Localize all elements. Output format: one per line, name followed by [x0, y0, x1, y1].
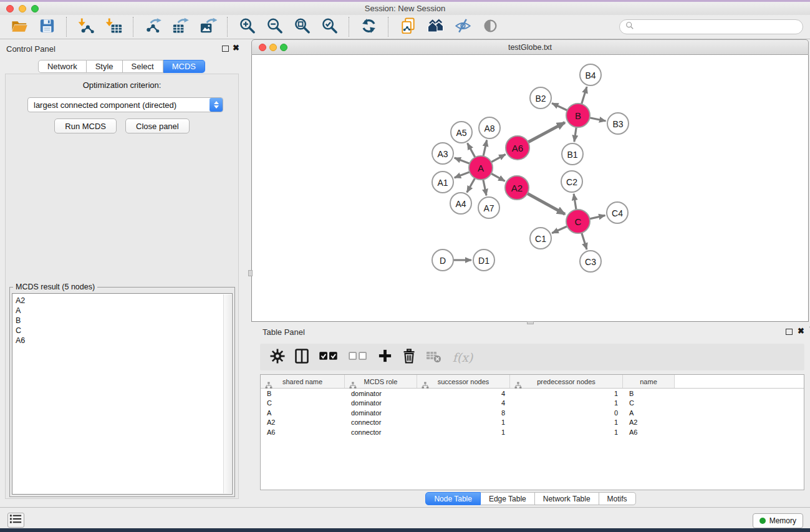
search-field[interactable] — [619, 19, 803, 34]
table-row-a6[interactable]: A6connector11A6 — [261, 427, 804, 437]
list-icon — [9, 513, 23, 527]
result-item-a[interactable]: A — [16, 306, 232, 316]
import-table-button[interactable] — [102, 16, 125, 37]
export-table-button[interactable] — [168, 16, 192, 37]
cell-name: C — [623, 399, 675, 407]
zoom-out-button[interactable] — [263, 16, 286, 37]
result-list-scrollbar[interactable] — [223, 294, 231, 493]
mcds-tab-content: Optimization criterion: largest connecte… — [5, 74, 239, 499]
result-item-a2[interactable]: A2 — [16, 296, 232, 306]
zoom-fit-button[interactable] — [290, 16, 314, 37]
zoom-in-button[interactable] — [235, 16, 259, 37]
svg-text:A3: A3 — [437, 149, 448, 159]
graph-node-b2[interactable]: B2 — [530, 87, 551, 109]
tab-network-table[interactable]: Network Table — [535, 492, 599, 505]
trash-icon — [401, 348, 417, 367]
table-row-a[interactable]: Adominator80A — [261, 408, 804, 418]
column-header-name[interactable]: name — [623, 375, 675, 388]
zoom-selected-button[interactable] — [317, 16, 341, 37]
graph-node-a7[interactable]: A7 — [478, 197, 499, 218]
graph-node-c3[interactable]: C3 — [580, 251, 601, 272]
save-session-button[interactable] — [35, 16, 59, 37]
graph-node-a5[interactable]: A5 — [451, 122, 472, 143]
graph-node-d[interactable]: D — [432, 249, 453, 271]
result-item-a6[interactable]: A6 — [16, 336, 232, 346]
svg-text:C2: C2 — [566, 177, 577, 187]
table-row-c[interactable]: Cdominator41C — [261, 399, 804, 409]
float-table-panel-icon[interactable] — [786, 329, 793, 335]
function-builder-button[interactable]: f(x) — [448, 348, 476, 367]
optimization-select[interactable]: largest connected component (directed) — [27, 97, 223, 112]
show-graphics-details-button[interactable] — [478, 16, 502, 37]
graph-node-b4[interactable]: B4 — [580, 64, 601, 85]
search-input[interactable] — [637, 22, 797, 32]
open-file-button[interactable] — [7, 16, 31, 37]
add-column-button[interactable] — [375, 348, 394, 367]
graph-node-b1[interactable]: B1 — [562, 143, 583, 165]
delete-table-button[interactable] — [424, 348, 443, 367]
graph-node-a3[interactable]: A3 — [432, 143, 453, 164]
tab-edge-table[interactable]: Edge Table — [481, 492, 535, 505]
result-item-b[interactable]: B — [16, 316, 232, 326]
graph-node-c1[interactable]: C1 — [530, 228, 551, 249]
run-mcds-button[interactable]: Run MCDS — [54, 118, 117, 133]
export-image-button[interactable] — [196, 16, 219, 37]
memory-button[interactable]: Memory — [753, 513, 803, 528]
optimization-criterion-label: Optimization criterion: — [6, 80, 238, 90]
control-panel: Control Panel ✖ NetworkStyleSelectMCDS O… — [0, 39, 243, 507]
graph-node-a8[interactable]: A8 — [479, 117, 500, 138]
import-network-button[interactable] — [74, 16, 98, 37]
column-header-successor-nodes[interactable]: successor nodes — [417, 375, 510, 388]
home-button[interactable] — [423, 16, 447, 37]
cell-shared-name: A6 — [261, 428, 345, 436]
table-settings-button[interactable] — [268, 348, 287, 367]
status-bar: Memory — [0, 507, 810, 528]
show-columns-button[interactable] — [292, 348, 311, 367]
tab-network[interactable]: Network — [38, 60, 87, 73]
float-panel-icon[interactable] — [222, 46, 229, 52]
close-table-panel-icon[interactable]: ✖ — [798, 328, 804, 334]
import-network-icon — [77, 17, 95, 37]
close-panel-icon[interactable]: ✖ — [233, 45, 239, 51]
memory-label: Memory — [769, 516, 796, 525]
deselect-all-button[interactable] — [346, 348, 370, 367]
horizontal-splitter-grip[interactable] — [527, 321, 534, 324]
table-row-b[interactable]: Bdominator41B — [261, 389, 804, 399]
show-panels-button[interactable] — [7, 513, 24, 528]
graph-node-b3[interactable]: B3 — [607, 113, 629, 134]
graph-node-b[interactable]: B — [566, 104, 590, 127]
cell-shared-name: B — [261, 390, 345, 397]
export-network-button[interactable] — [141, 16, 165, 37]
column-header-mcds-role[interactable]: MCDS role — [345, 375, 417, 388]
column-header-shared-name[interactable]: shared name — [261, 375, 345, 388]
graph-node-c4[interactable]: C4 — [607, 202, 628, 223]
duplicate-network-button[interactable] — [396, 16, 420, 37]
svg-text:A7: A7 — [483, 203, 494, 213]
graph-node-a2[interactable]: A2 — [505, 176, 529, 200]
svg-text:A5: A5 — [456, 128, 466, 138]
close-panel-button[interactable]: Close panel — [125, 118, 190, 133]
column-header-predecessor-nodes[interactable]: predecessor nodes — [510, 375, 623, 388]
hide-graphics-details-button[interactable] — [451, 16, 475, 37]
select-all-button[interactable] — [317, 348, 340, 367]
graph-node-a1[interactable]: A1 — [432, 172, 453, 193]
tab-mcds[interactable]: MCDS — [163, 60, 205, 73]
tab-select[interactable]: Select — [123, 60, 163, 73]
graph-node-a6[interactable]: A6 — [506, 136, 529, 160]
table-row-a2[interactable]: A2connector11A2 — [261, 418, 804, 428]
tab-style[interactable]: Style — [87, 60, 123, 73]
graph-node-a4[interactable]: A4 — [450, 193, 471, 214]
delete-column-button[interactable] — [400, 348, 418, 367]
graph-node-d1[interactable]: D1 — [473, 249, 494, 271]
network-canvas[interactable]: B4B2BB3A5A8A6A3B1AA1C2A2A4A7C4CC1C3DD1 — [251, 55, 809, 322]
network-window-titlebar[interactable]: testGlobe.txt — [251, 39, 809, 55]
graph-node-c[interactable]: C — [566, 210, 590, 233]
refresh-view-button[interactable] — [357, 16, 380, 37]
graph-node-c2[interactable]: C2 — [561, 171, 582, 192]
result-item-c[interactable]: C — [16, 326, 232, 336]
tab-node-table[interactable]: Node Table — [425, 492, 481, 505]
graph-node-a[interactable]: A — [469, 156, 493, 180]
panel-splitter-grip[interactable] — [248, 270, 253, 276]
cell-name: A — [623, 409, 675, 417]
tab-motifs[interactable]: Motifs — [599, 492, 636, 505]
